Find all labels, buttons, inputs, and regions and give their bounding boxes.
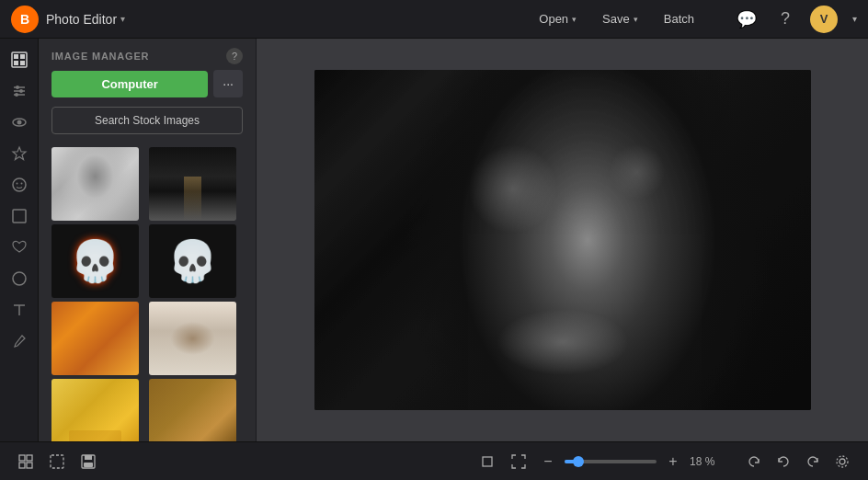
zoom-level: 18 %	[690, 455, 723, 468]
layers-button[interactable]	[13, 449, 39, 474]
thumbnail-food-image	[149, 379, 236, 441]
text-icon	[11, 302, 28, 318]
brush-icon	[11, 333, 28, 349]
svg-rect-1	[14, 54, 18, 59]
portrait-image	[314, 70, 811, 410]
nav-menu: Open ▾ Save ▾ Batch	[528, 6, 705, 31]
heart-tool[interactable]	[6, 234, 33, 261]
svg-point-31	[837, 456, 848, 467]
thumbnail-autumn-image	[51, 302, 139, 375]
redo-button[interactable]	[800, 449, 826, 474]
image-manager-tool[interactable]	[6, 46, 33, 74]
svg-rect-23	[19, 463, 25, 468]
save-icon-button[interactable]	[75, 449, 101, 474]
svg-rect-2	[20, 54, 25, 59]
app-name: Photo Editor	[46, 12, 117, 27]
panel-actions: Computer ···	[39, 70, 256, 107]
zoom-controls: − + 18 %	[537, 451, 723, 473]
thumbnail-3[interactable]: 💀	[51, 224, 139, 298]
fullscreen-button[interactable]	[506, 449, 531, 474]
thumbnail-6[interactable]	[149, 302, 236, 375]
skull-icon: 💀	[70, 237, 120, 285]
thumbnail-hat-woman-image	[149, 302, 236, 375]
open-chevron: ▾	[572, 15, 577, 24]
thumbnail-dark-road-image	[149, 147, 236, 221]
save-chevron: ▾	[634, 15, 638, 24]
adjustments-tool[interactable]	[6, 77, 33, 105]
rotate-icon	[747, 454, 761, 469]
thumbnail-grid: 💀 💀	[39, 143, 256, 441]
main-image-canvas	[314, 70, 811, 410]
eye-tool[interactable]	[6, 109, 33, 136]
thumbnail-8[interactable]	[149, 379, 236, 441]
svg-point-18	[13, 272, 26, 285]
save-button[interactable]: Save ▾	[591, 6, 649, 31]
panel-help-button[interactable]: ?	[226, 48, 243, 64]
more-button[interactable]: ···	[213, 70, 243, 97]
topbar: B Photo Editor ▾ Open ▾ Save ▾ Batch 💬 ?…	[0, 0, 868, 39]
thumbnail-woman-bw-image	[51, 147, 139, 221]
main-area: IMAGE MANAGER ? Computer ··· Search Stoc…	[0, 39, 868, 441]
zoom-in-button[interactable]: +	[662, 451, 684, 473]
svg-rect-29	[483, 457, 492, 466]
svg-rect-3	[14, 61, 18, 65]
skull-icon-2: 💀	[167, 237, 218, 285]
frame-tool[interactable]	[6, 202, 33, 230]
crop-icon-button[interactable]	[474, 449, 500, 474]
star-tool[interactable]	[6, 140, 33, 167]
rotate-button[interactable]	[741, 449, 767, 474]
settings-button[interactable]	[829, 449, 855, 474]
text-tool[interactable]	[6, 296, 33, 324]
zoom-out-button[interactable]: −	[537, 451, 559, 473]
batch-button[interactable]: Batch	[653, 6, 705, 31]
messages-icon-button[interactable]: 💬	[733, 6, 760, 33]
face-icon	[11, 177, 28, 193]
selection-icon	[50, 454, 64, 469]
svg-point-12	[17, 120, 21, 125]
svg-point-10	[15, 93, 18, 97]
thumbnail-1[interactable]	[51, 147, 139, 221]
thumbnail-skull-purple-image: 💀	[149, 224, 236, 298]
heart-icon	[11, 239, 28, 256]
thumbnail-leaves-image	[51, 379, 139, 441]
svg-rect-27	[85, 455, 92, 460]
brush-tool[interactable]	[6, 327, 33, 355]
thumbnail-2[interactable]	[149, 147, 236, 221]
undo-button[interactable]	[771, 449, 796, 474]
zoom-slider[interactable]	[565, 460, 657, 463]
svg-point-30	[839, 459, 845, 464]
svg-rect-24	[27, 463, 32, 468]
svg-rect-28	[84, 463, 93, 467]
side-panel: IMAGE MANAGER ? Computer ··· Search Stoc…	[39, 39, 257, 441]
app-logo: B	[11, 6, 39, 33]
save-icon	[81, 454, 96, 469]
frame-icon	[11, 208, 28, 224]
canvas-area[interactable]	[257, 39, 868, 441]
svg-marker-13	[13, 147, 26, 160]
circle-icon	[11, 270, 28, 287]
svg-rect-17	[13, 210, 26, 223]
crop-icon	[480, 454, 495, 469]
svg-point-14	[13, 178, 26, 191]
svg-rect-25	[51, 455, 63, 468]
redo-icon	[805, 454, 820, 469]
thumbnail-7[interactable]	[51, 379, 139, 441]
left-toolbar	[0, 39, 39, 441]
user-avatar[interactable]: V	[810, 6, 838, 33]
search-stock-button[interactable]: Search Stock Images	[51, 107, 243, 134]
computer-button[interactable]: Computer	[51, 71, 208, 97]
thumbnail-5[interactable]	[51, 302, 139, 375]
shape-tool[interactable]	[6, 265, 33, 292]
app-name-chevron: ▾	[120, 14, 125, 24]
thumbnail-4[interactable]: 💀	[149, 224, 236, 298]
open-button[interactable]: Open ▾	[528, 6, 588, 31]
bottom-right-icons	[741, 449, 855, 474]
face-tool[interactable]	[6, 171, 33, 199]
frame-icon-button[interactable]	[44, 449, 70, 474]
fullscreen-icon	[511, 454, 526, 469]
sliders-icon	[11, 83, 28, 99]
zoom-slider-thumb	[573, 456, 584, 467]
svg-point-15	[16, 183, 17, 185]
help-icon-button[interactable]: ?	[771, 6, 799, 33]
layers-icon	[18, 454, 33, 469]
